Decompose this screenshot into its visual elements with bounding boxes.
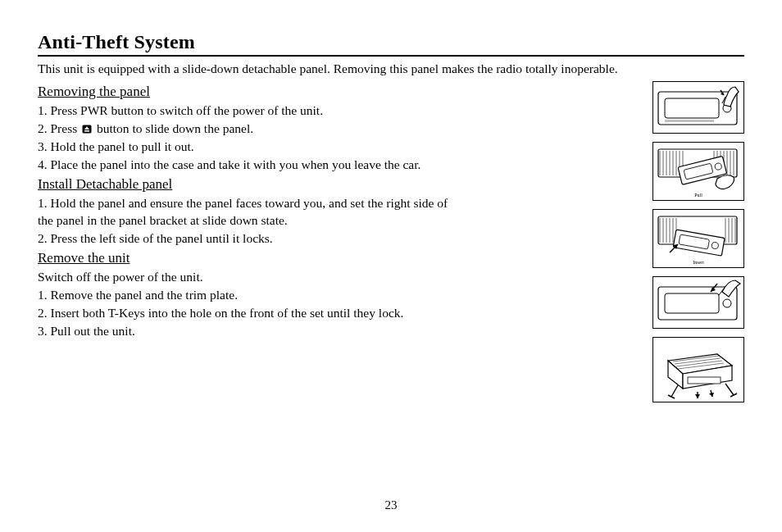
step-text-fragment: button to slide down the panel. (97, 121, 253, 135)
svg-rect-53 (688, 377, 721, 384)
svg-marker-54 (695, 394, 700, 398)
step-text: 1. Hold the panel and ensure the panel f… (38, 195, 613, 212)
page-title: Anti-Theft System (38, 31, 744, 57)
heading-remove-unit: Remove the unit (38, 249, 613, 268)
step-text: 1. Press PWR button to switch off the po… (38, 102, 613, 120)
svg-point-44 (723, 299, 731, 307)
manual-page: Anti-Theft System This unit is equipped … (0, 0, 782, 532)
step-text: the panel in the panel bracket at slide … (38, 212, 613, 230)
step-text: 2. Insert both T-Keys into the hole on t… (38, 305, 613, 322)
heading-install-panel: Install Detachable panel (38, 175, 613, 194)
figure-pull-unit (652, 337, 744, 402)
figure-column: Pull (620, 81, 744, 411)
figure-lock-panel (652, 276, 744, 329)
svg-marker-55 (709, 393, 714, 397)
figure-caption: Pull (694, 193, 702, 198)
page-number: 23 (0, 498, 782, 512)
svg-rect-2 (84, 130, 89, 132)
figure-caption: Insert (693, 260, 704, 265)
figure-pull-panel: Pull (652, 142, 744, 201)
svg-rect-6 (665, 120, 714, 122)
svg-rect-4 (665, 98, 719, 118)
text-column: Removing the panel 1. Press PWR button t… (38, 81, 613, 341)
step-text: Switch off the power of the unit. (38, 269, 613, 286)
content-columns: Removing the panel 1. Press PWR button t… (38, 81, 744, 411)
step-text: 3. Hold the panel to pull it out. (38, 139, 613, 156)
step-text: 4. Place the panel into the case and tak… (38, 157, 613, 174)
svg-rect-43 (665, 293, 719, 313)
step-text: 2. Press button to slide down the panel. (38, 120, 613, 138)
step-text-fragment: 2. Press (38, 121, 80, 135)
step-text: 2. Press the left side of the panel unti… (38, 230, 613, 248)
intro-text: This unit is equipped with a slide-down … (38, 61, 744, 76)
heading-removing-panel: Removing the panel (38, 83, 613, 102)
figure-insert-panel: Insert (652, 209, 744, 268)
eject-icon (82, 121, 92, 130)
step-text: 1. Remove the panel and the trim plate. (38, 287, 613, 304)
step-text: 3. Pull out the unit. (38, 323, 613, 340)
figure-release-panel (652, 81, 744, 134)
